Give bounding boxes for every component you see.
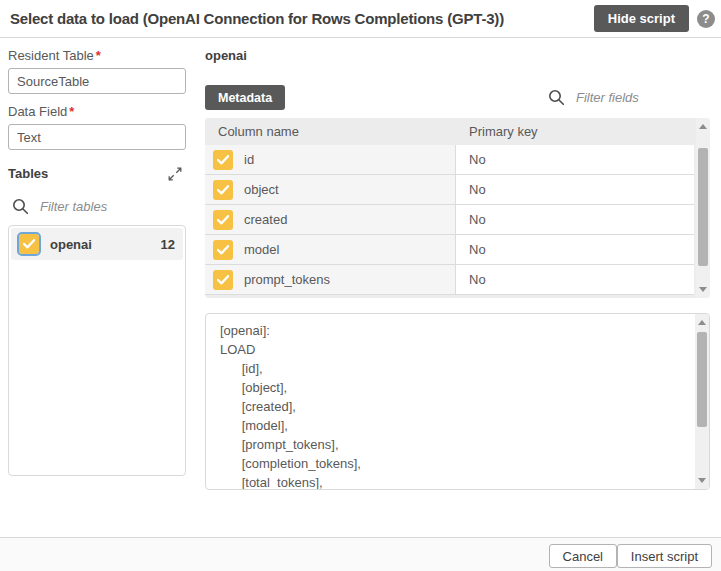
primary-key-cell[interactable]: No bbox=[455, 205, 694, 235]
fields-table-header: Column name Primary key bbox=[205, 118, 710, 145]
field-row: object No bbox=[205, 175, 694, 205]
field-checkbox[interactable] bbox=[213, 180, 233, 200]
table-field-count: 12 bbox=[161, 237, 175, 252]
scrollbar-thumb[interactable] bbox=[697, 332, 707, 427]
tables-list: openai 12 bbox=[8, 225, 186, 476]
select-data-dialog: Select data to load (OpenAI Connection f… bbox=[0, 0, 721, 571]
check-icon bbox=[217, 275, 229, 285]
field-checkbox[interactable] bbox=[213, 270, 233, 290]
help-icon[interactable]: ? bbox=[697, 10, 715, 28]
scroll-down-icon[interactable] bbox=[699, 287, 707, 292]
field-name-cell: id bbox=[205, 145, 455, 175]
field-row: model No bbox=[205, 235, 694, 265]
field-row: id No bbox=[205, 145, 694, 175]
field-checkbox[interactable] bbox=[213, 210, 233, 230]
expand-icon[interactable] bbox=[168, 167, 182, 181]
script-preview-text: [openai]: LOAD [id], [object], [created]… bbox=[206, 314, 709, 490]
tables-section-header: Tables bbox=[8, 166, 186, 181]
required-marker: * bbox=[96, 48, 101, 63]
primary-key-header: Primary key bbox=[455, 124, 710, 139]
fields-table-body: id No object No bbox=[205, 145, 710, 295]
table-list-item[interactable]: openai 12 bbox=[11, 228, 183, 260]
field-name: created bbox=[244, 212, 287, 227]
primary-key-cell[interactable]: No bbox=[455, 175, 694, 205]
check-icon bbox=[217, 215, 229, 225]
tables-section-title: Tables bbox=[8, 166, 48, 181]
field-name: id bbox=[244, 152, 254, 167]
cancel-button[interactable]: Cancel bbox=[549, 544, 617, 568]
script-scrollbar[interactable] bbox=[695, 314, 709, 489]
dialog-title: Select data to load (OpenAI Connection f… bbox=[10, 10, 504, 27]
filter-fields-input[interactable] bbox=[576, 90, 696, 105]
search-icon bbox=[548, 89, 565, 106]
table-checkbox[interactable] bbox=[19, 234, 39, 254]
left-panel: Resident Table* Data Field* Tables bbox=[8, 38, 186, 476]
filter-tables-search bbox=[8, 195, 186, 217]
resident-table-label-text: Resident Table bbox=[8, 48, 94, 63]
hide-script-button[interactable]: Hide script bbox=[594, 5, 689, 32]
selected-table-title: openai bbox=[205, 48, 710, 63]
fields-table: Column name Primary key id No bbox=[205, 118, 710, 298]
table-name: openai bbox=[50, 237, 161, 252]
resident-table-field[interactable] bbox=[8, 68, 186, 94]
check-icon bbox=[23, 239, 35, 249]
dialog-header: Select data to load (OpenAI Connection f… bbox=[0, 0, 721, 38]
required-marker: * bbox=[69, 104, 74, 119]
field-name-cell: prompt_tokens bbox=[205, 265, 455, 295]
script-preview: [openai]: LOAD [id], [object], [created]… bbox=[205, 313, 710, 490]
filter-tables-input[interactable] bbox=[40, 199, 160, 214]
field-row: created No bbox=[205, 205, 694, 235]
metadata-tab[interactable]: Metadata bbox=[205, 85, 285, 110]
field-checkbox[interactable] bbox=[213, 150, 233, 170]
check-icon bbox=[217, 155, 229, 165]
data-field-label: Data Field* bbox=[8, 104, 186, 119]
field-name: object bbox=[244, 182, 279, 197]
field-name: model bbox=[244, 242, 279, 257]
column-name-header: Column name bbox=[205, 124, 455, 139]
field-name-cell: object bbox=[205, 175, 455, 205]
field-name: prompt_tokens bbox=[244, 272, 330, 287]
field-name-cell: model bbox=[205, 235, 455, 265]
field-row: prompt_tokens No bbox=[205, 265, 694, 295]
scrollbar-thumb[interactable] bbox=[698, 148, 708, 266]
scroll-up-icon[interactable] bbox=[698, 320, 706, 325]
check-icon bbox=[217, 245, 229, 255]
resident-table-label: Resident Table* bbox=[8, 48, 186, 63]
scroll-down-icon[interactable] bbox=[698, 478, 706, 483]
insert-script-button[interactable]: Insert script bbox=[617, 544, 712, 568]
right-panel: openai Metadata Column name Primary key bbox=[205, 38, 710, 110]
primary-key-cell[interactable]: No bbox=[455, 235, 694, 265]
data-field-field[interactable] bbox=[8, 124, 186, 150]
fields-table-scrollbar[interactable] bbox=[696, 118, 710, 298]
filter-fields-search bbox=[544, 86, 696, 108]
field-name-cell: created bbox=[205, 205, 455, 235]
scroll-up-icon[interactable] bbox=[699, 124, 707, 129]
data-field-label-text: Data Field bbox=[8, 104, 67, 119]
field-checkbox[interactable] bbox=[213, 240, 233, 260]
search-icon bbox=[12, 198, 29, 215]
primary-key-cell[interactable]: No bbox=[455, 145, 694, 175]
dialog-footer: Cancel Insert script bbox=[0, 537, 721, 571]
check-icon bbox=[217, 185, 229, 195]
primary-key-cell[interactable]: No bbox=[455, 265, 694, 295]
